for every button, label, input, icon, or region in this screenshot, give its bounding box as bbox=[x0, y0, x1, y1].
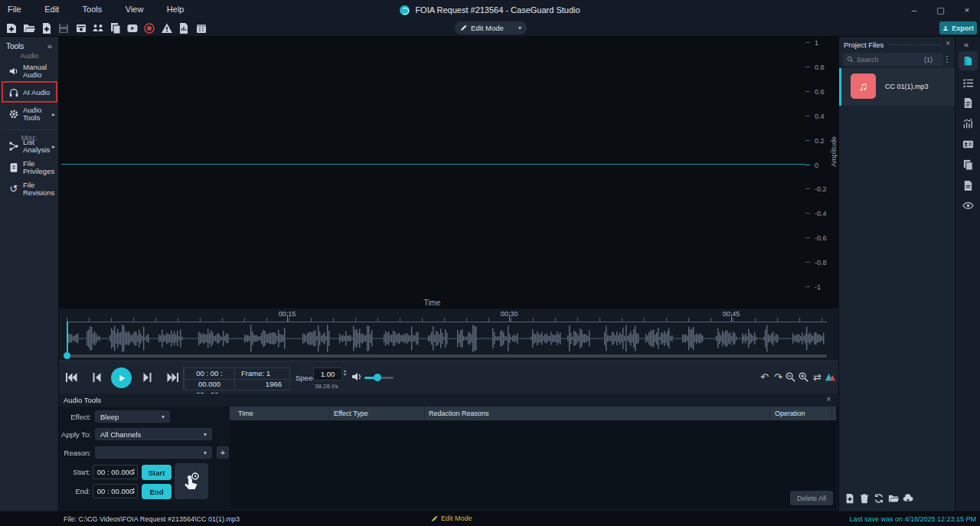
cloud-upload-icon[interactable] bbox=[903, 493, 913, 504]
redo-icon[interactable]: ↷ bbox=[772, 371, 785, 384]
close-button[interactable]: × bbox=[956, 0, 978, 20]
open-folder-icon[interactable] bbox=[888, 493, 899, 504]
status-mode[interactable]: Edit Mode bbox=[431, 515, 472, 522]
add-reason-button[interactable]: + bbox=[217, 446, 229, 459]
notes-icon[interactable] bbox=[962, 180, 974, 191]
column-header-operation: Operation bbox=[775, 410, 805, 417]
mode-dropdown[interactable]: Edit Mode ▾ bbox=[455, 21, 527, 34]
speed-input[interactable]: 1.00 bbox=[313, 368, 342, 381]
previous-frame-button[interactable] bbox=[90, 371, 104, 384]
sidebar-item-file-revisions[interactable]: ↺ File Revisions bbox=[0, 179, 59, 199]
mode-dropdown-label: Edit Mode bbox=[471, 24, 504, 32]
file-name[interactable]: CC 01(1).mp3 bbox=[885, 83, 929, 90]
delete-file-icon[interactable] bbox=[859, 493, 870, 504]
search-input[interactable] bbox=[857, 56, 921, 64]
document-icon[interactable] bbox=[962, 97, 974, 109]
waveform-overview[interactable] bbox=[67, 324, 827, 353]
pick-time-on-timeline-button[interactable] bbox=[175, 463, 208, 499]
sidebar-item-audio-tools[interactable]: Audio Tools ▸ bbox=[0, 104, 59, 124]
waveform-canvas-area[interactable] bbox=[59, 37, 808, 309]
delete-all-button[interactable]: Delete All bbox=[790, 491, 833, 505]
reason-dropdown[interactable]: ▾ bbox=[95, 446, 212, 459]
start-time-input[interactable]: 00 : 00.000 bbox=[93, 465, 138, 479]
zoom-out-icon[interactable] bbox=[785, 371, 798, 384]
search-box[interactable]: (1) bbox=[843, 53, 943, 66]
end-label: End: bbox=[59, 487, 90, 495]
sidebar-collapse-icon[interactable]: « bbox=[47, 41, 52, 51]
playhead-handle[interactable] bbox=[64, 352, 70, 359]
zoom-in-icon[interactable] bbox=[798, 371, 811, 384]
pages-icon[interactable] bbox=[962, 159, 974, 171]
open-case-icon[interactable] bbox=[23, 22, 35, 34]
save-icon[interactable] bbox=[57, 22, 70, 34]
play-button[interactable] bbox=[111, 368, 132, 388]
maximize-button[interactable]: ▢ bbox=[929, 1, 952, 21]
add-file-icon[interactable] bbox=[844, 493, 855, 504]
record-icon[interactable] bbox=[143, 22, 155, 34]
spin-down-icon[interactable]: ▾ bbox=[344, 373, 346, 377]
effect-dropdown[interactable]: Bleep ▾ bbox=[95, 410, 170, 423]
status-bar: File: C:\CG Videos\FOIA Request #213564\… bbox=[0, 511, 980, 526]
project-files-tab[interactable] bbox=[959, 51, 978, 70]
tools-sidebar: Tools « Audio Manual Audio AI Audio Audi… bbox=[0, 37, 59, 511]
video-icon[interactable] bbox=[126, 22, 139, 34]
set-start-button[interactable]: Start bbox=[142, 465, 172, 480]
skip-to-end-button[interactable] bbox=[167, 371, 181, 384]
start-time-stepper[interactable]: ▴ ▾ bbox=[132, 468, 135, 475]
divider bbox=[185, 379, 234, 380]
apply-to-label: Apply To: bbox=[59, 430, 91, 439]
editor-area: 10.80.60.40.20-0.2-0.4-0.6-0.8-1 Amplitu… bbox=[59, 37, 838, 511]
dispatch-icon[interactable] bbox=[92, 22, 104, 34]
panel-collapse-icon[interactable]: « bbox=[964, 40, 969, 49]
set-end-button[interactable]: End bbox=[142, 484, 172, 499]
end-time-stepper[interactable]: ▴ ▾ bbox=[132, 487, 135, 495]
sidebar-item-ai-audio[interactable]: AI Audio bbox=[0, 83, 59, 103]
column-header-effect-type: Effect Type bbox=[334, 410, 368, 417]
menu-view[interactable]: View bbox=[126, 0, 144, 14]
waveform-view-icon[interactable] bbox=[825, 371, 838, 384]
export-button[interactable]: Export bbox=[939, 21, 977, 34]
eye-icon[interactable] bbox=[962, 200, 974, 211]
copy-report-icon[interactable] bbox=[109, 22, 122, 34]
spin-down-icon[interactable]: ▾ bbox=[132, 491, 135, 495]
close-icon[interactable]: × bbox=[826, 395, 831, 403]
close-icon[interactable]: × bbox=[946, 39, 950, 47]
menu-help[interactable]: Help bbox=[167, 0, 185, 14]
sync-icon[interactable] bbox=[874, 493, 884, 504]
sidebar-item-list-analysis[interactable]: List Analysis ▸ bbox=[0, 136, 59, 156]
spin-down-icon[interactable]: ▾ bbox=[132, 472, 135, 475]
column-header-redaction-reasons: Redaction Reasons bbox=[429, 410, 489, 417]
volume-slider-knob[interactable] bbox=[374, 374, 381, 381]
hand-click-clock-icon bbox=[182, 472, 201, 492]
new-file-icon[interactable] bbox=[41, 22, 53, 34]
menu-edit[interactable]: Edit bbox=[44, 0, 59, 14]
panel-menu-icon[interactable]: ⋮ bbox=[942, 53, 952, 66]
transport-bar: 00 : 00 : 00.000 00 : 00 : 51.356 Frame:… bbox=[59, 361, 838, 394]
volume-icon[interactable] bbox=[351, 371, 364, 383]
skip-to-start-button[interactable] bbox=[65, 371, 79, 384]
sidebar-item-manual-audio[interactable]: Manual Audio bbox=[0, 61, 59, 81]
task-list-icon[interactable] bbox=[962, 77, 974, 89]
apply-to-dropdown[interactable]: All Channels ▾ bbox=[95, 428, 212, 440]
menu-tools[interactable]: Tools bbox=[83, 0, 103, 14]
end-time-input[interactable]: 00 : 00.000 bbox=[93, 484, 138, 498]
menu-file[interactable]: File bbox=[8, 0, 21, 14]
warning-icon[interactable] bbox=[161, 22, 173, 34]
media-archive-icon[interactable] bbox=[75, 22, 87, 34]
frame-current: Frame: 1 bbox=[235, 368, 289, 379]
headphones-icon bbox=[8, 87, 19, 98]
title-bar: File Edit Tools View Help FOIA Request #… bbox=[0, 0, 980, 20]
analytics-icon[interactable] bbox=[962, 118, 974, 129]
speed-stepper[interactable]: ▴ ▾ bbox=[344, 369, 346, 377]
sidebar-item-label: AI Audio bbox=[23, 89, 55, 97]
id-card-icon[interactable] bbox=[962, 139, 974, 150]
calendar-icon[interactable] bbox=[195, 22, 207, 34]
undo-icon[interactable]: ↶ bbox=[758, 371, 771, 384]
new-case-icon[interactable] bbox=[5, 22, 18, 34]
minimize-button[interactable]: – bbox=[903, 0, 926, 20]
next-frame-button[interactable] bbox=[142, 371, 155, 384]
report-icon[interactable] bbox=[178, 22, 190, 34]
timeline-scrollbar[interactable] bbox=[67, 354, 827, 358]
shuffle-icon[interactable]: ⇄ bbox=[811, 371, 824, 384]
sidebar-item-file-privileges[interactable]: File Privileges bbox=[0, 158, 59, 178]
